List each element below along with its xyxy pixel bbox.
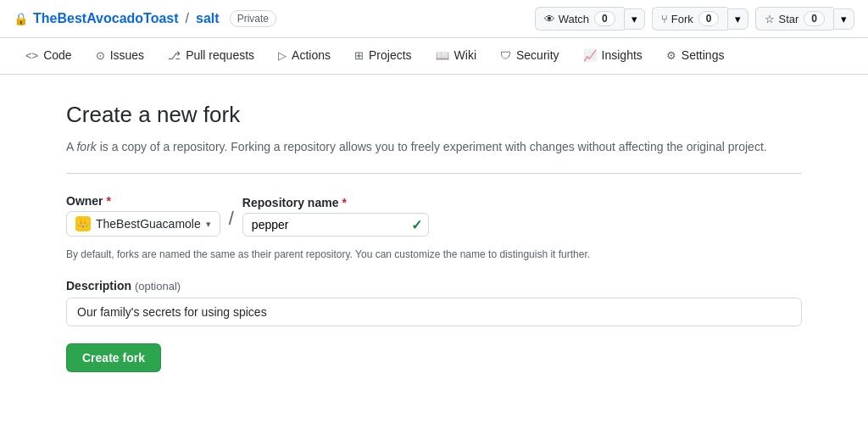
nav-settings-label: Settings [682, 48, 725, 62]
page-title: Create a new fork [66, 102, 802, 128]
owner-avatar: 👑 [75, 216, 91, 231]
owner-select[interactable]: 👑 TheBestGuacamole ▾ [66, 211, 220, 237]
description-label: Description (optional) [66, 279, 802, 292]
fork-dropdown[interactable]: ▾ [727, 8, 748, 30]
header-right: 👁 Watch 0 ▾ ⑂ Fork 0 ▾ ☆ Star 0 ▾ [535, 7, 854, 31]
watch-button-group: 👁 Watch 0 ▾ [535, 7, 645, 31]
fork-button-group: ⑂ Fork 0 ▾ [652, 7, 749, 31]
watch-icon: 👁 [544, 13, 555, 25]
section-divider [66, 173, 802, 174]
repo-name-input-wrap: ✓ [242, 213, 429, 237]
fork-form-row: Owner* 👑 TheBestGuacamole ▾ / Repository… [66, 194, 802, 237]
header-left: 🔒 TheBestAvocadoToast / salt Private [14, 10, 276, 27]
repo-name-required: * [342, 196, 346, 209]
optional-label: (optional) [135, 280, 181, 292]
header: 🔒 TheBestAvocadoToast / salt Private 👁 W… [0, 0, 868, 38]
description-group: Description (optional) [66, 279, 802, 326]
repo-separator: / [186, 11, 189, 26]
owner-group: Owner* 👑 TheBestGuacamole ▾ [66, 194, 220, 237]
nav-security[interactable]: 🛡 Security [488, 38, 571, 74]
desc-text-before: A [66, 140, 76, 153]
actions-icon: ▷ [278, 49, 287, 62]
repo-name-label: Repository name* [242, 196, 429, 209]
fork-label: Fork [671, 13, 693, 25]
nav-insights[interactable]: 📈 Insights [571, 38, 654, 74]
repo-name-input[interactable] [242, 213, 429, 237]
page-description: A fork is a copy of a repository. Forkin… [66, 138, 802, 156]
nav-wiki[interactable]: 📖 Wiki [424, 38, 488, 74]
lock-icon: 🔒 [14, 12, 28, 25]
owner-name: TheBestGuacamole [96, 217, 201, 231]
repo-name-group: Repository name* ✓ [242, 196, 429, 237]
desc-fork-word: fork [76, 140, 96, 153]
nav-code[interactable]: <> Code [14, 38, 84, 74]
nav-security-label: Security [516, 48, 559, 62]
security-icon: 🛡 [500, 49, 511, 62]
nav-settings[interactable]: ⚙ Settings [654, 38, 737, 74]
nav-issues[interactable]: ⊙ Issues [84, 38, 156, 74]
nav-wiki-label: Wiki [454, 48, 476, 62]
star-button[interactable]: ☆ Star 0 [755, 7, 833, 31]
star-button-group: ☆ Star 0 ▾ [755, 7, 854, 31]
nav-actions[interactable]: ▷ Actions [266, 38, 342, 74]
insights-icon: 📈 [583, 49, 597, 62]
owner-chevron-icon: ▾ [206, 219, 211, 230]
nav-code-label: Code [43, 48, 71, 62]
fork-hint-text: By default, forks are named the same as … [66, 247, 659, 262]
visibility-badge: Private [230, 10, 276, 27]
owner-required: * [107, 194, 111, 208]
nav-issues-label: Issues [110, 48, 144, 62]
nav-projects[interactable]: ⊞ Projects [342, 38, 424, 74]
repo-name-link[interactable]: salt [196, 11, 220, 26]
code-icon: <> [25, 49, 38, 62]
wiki-icon: 📖 [436, 49, 449, 62]
nav-actions-label: Actions [292, 48, 331, 62]
issues-icon: ⊙ [96, 49, 105, 62]
fork-button[interactable]: ⑂ Fork 0 [652, 7, 728, 31]
watch-count: 0 [594, 11, 615, 26]
main-content: Create a new fork A fork is a copy of a … [53, 75, 815, 399]
create-fork-button[interactable]: Create fork [66, 343, 161, 372]
nav-insights-label: Insights [602, 48, 643, 62]
fork-count: 0 [698, 11, 720, 26]
repo-owner-link[interactable]: TheBestAvocadoToast [33, 11, 179, 26]
star-dropdown[interactable]: ▾ [833, 8, 854, 30]
nav-projects-label: Projects [369, 48, 412, 62]
watch-label: Watch [559, 13, 589, 25]
watch-button[interactable]: 👁 Watch 0 [535, 7, 624, 31]
nav-pull-requests[interactable]: ⎇ Pull requests [156, 38, 266, 74]
check-icon: ✓ [411, 217, 422, 233]
nav-pull-requests-label: Pull requests [186, 48, 254, 62]
description-input[interactable] [66, 298, 802, 326]
owner-repo-slash: / [220, 208, 242, 237]
star-count: 0 [804, 11, 825, 26]
watch-dropdown[interactable]: ▾ [624, 8, 645, 30]
star-label: Star [778, 13, 798, 25]
settings-icon: ⚙ [666, 49, 676, 62]
owner-label: Owner* [66, 194, 220, 208]
pull-requests-icon: ⎇ [168, 49, 181, 62]
projects-icon: ⊞ [354, 49, 364, 62]
fork-icon: ⑂ [661, 13, 668, 25]
desc-text-after: is a copy of a repository. Forking a rep… [97, 140, 767, 153]
repo-nav: <> Code ⊙ Issues ⎇ Pull requests ▷ Actio… [0, 38, 868, 75]
star-icon: ☆ [765, 13, 775, 25]
